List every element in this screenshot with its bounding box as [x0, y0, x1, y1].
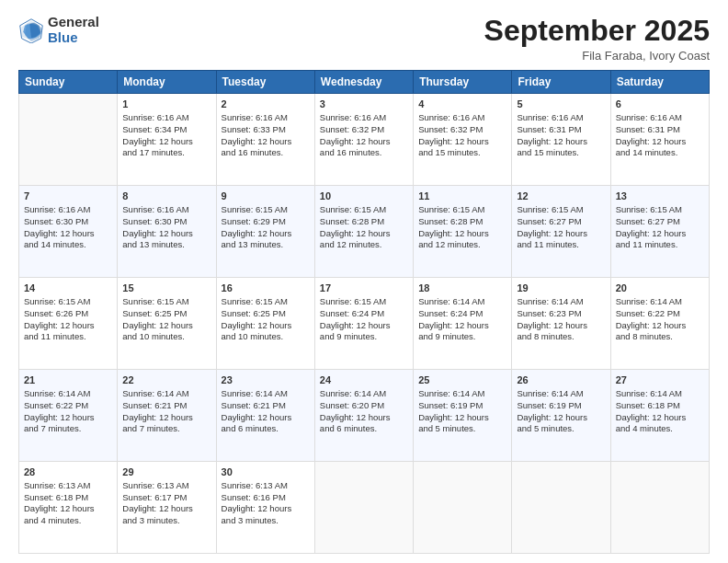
day-number: 19: [517, 282, 605, 295]
day-info-line: Sunset: 6:22 PM: [24, 400, 112, 412]
calendar-table: SundayMondayTuesdayWednesdayThursdayFrid…: [18, 70, 710, 554]
day-number: 22: [122, 373, 210, 387]
day-info-line: and 14 minutes.: [616, 147, 704, 159]
day-info-line: Daylight: 12 hours: [616, 136, 704, 148]
day-info-line: and 9 minutes.: [418, 331, 506, 343]
day-info-line: and 14 minutes.: [24, 239, 112, 251]
day-info-line: and 5 minutes.: [418, 423, 506, 435]
logo-general: General: [48, 15, 99, 30]
cell-3-3: 16Sunrise: 6:15 AMSunset: 6:25 PMDayligh…: [216, 278, 314, 370]
day-info-line: Daylight: 12 hours: [222, 320, 310, 332]
day-info-line: Sunrise: 6:14 AM: [517, 296, 605, 308]
day-number: 17: [320, 282, 408, 295]
cell-1-7: 6Sunrise: 6:16 AMSunset: 6:31 PMDaylight…: [610, 94, 709, 186]
day-info-line: Sunrise: 6:13 AM: [222, 480, 310, 492]
day-info-line: Sunrise: 6:15 AM: [320, 204, 408, 216]
cell-2-5: 11Sunrise: 6:15 AMSunset: 6:28 PMDayligh…: [414, 186, 512, 278]
day-info-line: Sunset: 6:31 PM: [517, 124, 605, 136]
day-info-line: Daylight: 12 hours: [122, 320, 210, 332]
day-info-line: Sunrise: 6:15 AM: [24, 296, 112, 308]
day-info-line: Daylight: 12 hours: [24, 412, 112, 424]
day-info-line: Daylight: 12 hours: [122, 412, 210, 424]
day-number: 14: [24, 282, 112, 295]
day-number: 12: [517, 190, 605, 203]
day-info-line: Daylight: 12 hours: [320, 136, 408, 148]
day-info-line: Daylight: 12 hours: [418, 412, 506, 424]
day-info-line: Sunrise: 6:15 AM: [320, 296, 408, 308]
day-info-line: Sunrise: 6:14 AM: [320, 388, 408, 400]
day-info-line: Sunrise: 6:15 AM: [517, 204, 605, 216]
day-info-line: and 9 minutes.: [320, 331, 408, 343]
page: General Blue September 2025 Fila Faraba,…: [0, 0, 728, 563]
day-info-line: and 11 minutes.: [616, 239, 704, 251]
week-row-3: 14Sunrise: 6:15 AMSunset: 6:26 PMDayligh…: [19, 278, 710, 370]
col-header-saturday: Saturday: [610, 71, 709, 94]
day-number: 13: [616, 190, 704, 203]
day-info-line: and 6 minutes.: [320, 423, 408, 435]
day-number: 5: [517, 98, 605, 111]
day-info-line: and 12 minutes.: [418, 239, 506, 251]
cell-4-4: 24Sunrise: 6:14 AMSunset: 6:20 PMDayligh…: [314, 370, 413, 462]
day-number: 18: [418, 282, 506, 295]
day-info-line: Sunset: 6:27 PM: [517, 216, 605, 228]
day-info-line: Sunrise: 6:16 AM: [320, 112, 408, 124]
day-number: 3: [320, 98, 408, 111]
day-info-line: Sunrise: 6:16 AM: [122, 112, 210, 124]
day-info-line: Sunrise: 6:15 AM: [122, 296, 210, 308]
day-info-line: Sunset: 6:24 PM: [418, 308, 506, 320]
day-info-line: Daylight: 12 hours: [24, 503, 112, 515]
col-header-wednesday: Wednesday: [314, 71, 413, 94]
day-info-line: and 6 minutes.: [222, 423, 310, 435]
cell-2-6: 12Sunrise: 6:15 AMSunset: 6:27 PMDayligh…: [512, 186, 610, 278]
cell-3-5: 18Sunrise: 6:14 AMSunset: 6:24 PMDayligh…: [414, 278, 512, 370]
day-number: 4: [418, 98, 506, 111]
calendar-body: 1Sunrise: 6:16 AMSunset: 6:34 PMDaylight…: [19, 94, 710, 554]
day-info-line: Sunset: 6:26 PM: [24, 308, 112, 320]
cell-3-1: 14Sunrise: 6:15 AMSunset: 6:26 PMDayligh…: [19, 278, 118, 370]
day-info-line: Daylight: 12 hours: [517, 228, 605, 240]
day-info-line: Daylight: 12 hours: [418, 228, 506, 240]
cell-3-6: 19Sunrise: 6:14 AMSunset: 6:23 PMDayligh…: [512, 278, 610, 370]
day-info-line: Sunrise: 6:16 AM: [517, 112, 605, 124]
day-number: 7: [24, 190, 112, 203]
cell-1-4: 3Sunrise: 6:16 AMSunset: 6:32 PMDaylight…: [314, 94, 413, 186]
day-info-line: Sunrise: 6:16 AM: [222, 112, 310, 124]
day-info-line: and 13 minutes.: [222, 239, 310, 251]
day-info-line: Daylight: 12 hours: [320, 228, 408, 240]
day-info-line: Sunrise: 6:15 AM: [222, 296, 310, 308]
day-number: 23: [222, 373, 310, 387]
cell-5-2: 29Sunrise: 6:13 AMSunset: 6:17 PMDayligh…: [118, 462, 216, 554]
header-row: SundayMondayTuesdayWednesdayThursdayFrid…: [19, 71, 710, 94]
day-number: 25: [418, 373, 506, 387]
day-info-line: Sunrise: 6:15 AM: [616, 204, 704, 216]
cell-3-7: 20Sunrise: 6:14 AMSunset: 6:22 PMDayligh…: [610, 278, 709, 370]
day-number: 8: [122, 190, 210, 203]
title-block: September 2025 Fila Faraba, Ivory Coast: [484, 15, 710, 63]
day-info-line: Sunset: 6:25 PM: [122, 308, 210, 320]
cell-5-5: [414, 462, 512, 554]
day-info-line: Daylight: 12 hours: [616, 228, 704, 240]
day-number: 29: [122, 465, 210, 479]
day-info-line: Daylight: 12 hours: [418, 320, 506, 332]
day-info-line: Sunset: 6:20 PM: [320, 400, 408, 412]
cell-4-6: 26Sunrise: 6:14 AMSunset: 6:19 PMDayligh…: [512, 370, 610, 462]
day-info-line: and 7 minutes.: [24, 423, 112, 435]
day-info-line: and 8 minutes.: [616, 331, 704, 343]
col-header-thursday: Thursday: [414, 71, 512, 94]
cell-5-4: [314, 462, 413, 554]
day-info-line: Sunset: 6:33 PM: [222, 124, 310, 136]
cell-3-2: 15Sunrise: 6:15 AMSunset: 6:25 PMDayligh…: [118, 278, 216, 370]
cell-3-4: 17Sunrise: 6:15 AMSunset: 6:24 PMDayligh…: [314, 278, 413, 370]
cell-4-1: 21Sunrise: 6:14 AMSunset: 6:22 PMDayligh…: [19, 370, 118, 462]
day-info-line: Sunset: 6:30 PM: [122, 216, 210, 228]
cell-4-2: 22Sunrise: 6:14 AMSunset: 6:21 PMDayligh…: [118, 370, 216, 462]
day-info-line: and 8 minutes.: [517, 331, 605, 343]
day-info-line: Sunrise: 6:14 AM: [222, 388, 310, 400]
day-info-line: and 10 minutes.: [222, 331, 310, 343]
day-info-line: Sunset: 6:29 PM: [222, 216, 310, 228]
day-info-line: Daylight: 12 hours: [222, 503, 310, 515]
header: General Blue September 2025 Fila Faraba,…: [18, 15, 710, 63]
location: Fila Faraba, Ivory Coast: [484, 49, 710, 63]
day-info-line: Sunrise: 6:14 AM: [616, 296, 704, 308]
day-info-line: Sunrise: 6:16 AM: [122, 204, 210, 216]
